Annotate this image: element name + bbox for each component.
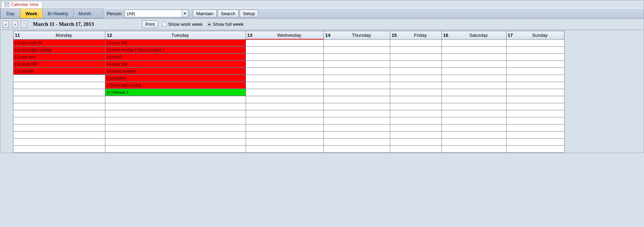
show-work-week-radio[interactable]: Show work week bbox=[162, 22, 203, 27]
calendar-cell[interactable] bbox=[105, 138, 246, 145]
calendar-cell[interactable] bbox=[390, 68, 441, 75]
day-header[interactable]: 14Thursday bbox=[324, 31, 390, 40]
calendar-cell[interactable]: (A) test overlap 2-Test Location 1 bbox=[105, 46, 246, 53]
calendar-cell[interactable] bbox=[246, 131, 324, 138]
calendar-cell[interactable] bbox=[506, 89, 564, 96]
calendar-cell[interactable] bbox=[324, 110, 390, 117]
calendar-cell[interactable] bbox=[246, 145, 324, 152]
calendar-cell[interactable] bbox=[390, 103, 441, 110]
calendar-cell[interactable] bbox=[441, 103, 506, 110]
calendar-cell[interactable] bbox=[105, 103, 246, 110]
calendar-cell[interactable] bbox=[324, 89, 390, 96]
calendar-cell[interactable] bbox=[246, 68, 324, 75]
person-select[interactable] bbox=[125, 10, 188, 17]
calendar-cell[interactable] bbox=[390, 39, 441, 46]
day-header[interactable]: 15Friday bbox=[390, 31, 441, 40]
calendar-cell[interactable] bbox=[390, 46, 441, 53]
calendar-event[interactable]: (A) test1-5M bbox=[13, 61, 105, 68]
calendar-cell[interactable] bbox=[506, 75, 564, 82]
calendar-cell[interactable] bbox=[324, 75, 390, 82]
calendar-cell[interactable] bbox=[441, 117, 506, 124]
calendar-cell[interactable] bbox=[324, 103, 390, 110]
calendar-cell[interactable] bbox=[246, 53, 324, 60]
calendar-cell[interactable] bbox=[390, 82, 441, 89]
calendar-cell[interactable]: (A) testTu1 bbox=[105, 75, 246, 82]
search-button[interactable]: Search bbox=[218, 10, 239, 17]
print-button[interactable]: Print bbox=[142, 21, 158, 28]
calendar-cell[interactable] bbox=[390, 110, 441, 117]
calendar-cell[interactable]: (A) test1-5M bbox=[13, 60, 105, 68]
view-week-button[interactable]: Week bbox=[20, 8, 42, 18]
calendar-cell[interactable] bbox=[13, 82, 105, 89]
calendar-event[interactable]: (A) test3M bbox=[13, 68, 105, 75]
calendar-cell[interactable] bbox=[324, 68, 390, 75]
view-day-button[interactable]: Day bbox=[0, 8, 20, 18]
calendar-cell[interactable] bbox=[506, 68, 564, 75]
calendar-cell[interactable] bbox=[441, 138, 506, 145]
calendar-event[interactable]: (A) test overlap 2-Test Location 1 bbox=[105, 47, 245, 53]
calendar-cell[interactable] bbox=[324, 117, 390, 124]
calendar-cell[interactable] bbox=[441, 39, 506, 46]
calendar-cell[interactable] bbox=[246, 89, 324, 96]
calendar-cell[interactable] bbox=[13, 96, 105, 103]
calendar-cell[interactable] bbox=[13, 75, 105, 82]
calendar-cell[interactable] bbox=[246, 117, 324, 124]
calendar-cell[interactable]: (A) test 530 bbox=[105, 60, 246, 68]
calendar-event[interactable]: (A) test early M bbox=[13, 40, 105, 46]
calendar-cell[interactable] bbox=[324, 131, 390, 138]
calendar-cell[interactable] bbox=[105, 124, 246, 131]
calendar-cell[interactable] bbox=[506, 103, 564, 110]
calendar-cell[interactable] bbox=[506, 46, 564, 53]
view-biweekly-button[interactable]: Bi-Weekly bbox=[42, 8, 73, 18]
calendar-cell[interactable] bbox=[441, 145, 506, 152]
calendar-cell[interactable]: (A) test 330 bbox=[105, 39, 246, 46]
calendar-event[interactable]: (A) test5 bbox=[105, 54, 245, 60]
calendar-cell[interactable] bbox=[324, 46, 390, 53]
calendar-cell[interactable] bbox=[441, 68, 506, 75]
day-header[interactable]: 12Tuesday bbox=[105, 31, 246, 40]
calendar-cell[interactable] bbox=[246, 138, 324, 145]
calendar-event[interactable]: (A) testTu1 bbox=[105, 75, 245, 82]
calendar-cell[interactable] bbox=[390, 75, 441, 82]
setup-button[interactable]: Setup bbox=[240, 10, 258, 17]
calendar-cell[interactable] bbox=[390, 96, 441, 103]
calendar-cell[interactable] bbox=[246, 82, 324, 89]
calendar-event[interactable]: (A) test2 overlap bbox=[105, 68, 245, 75]
calendar-event[interactable]: (A) test mid overlap bbox=[105, 82, 245, 89]
show-full-week-radio[interactable]: Show full week bbox=[207, 22, 244, 27]
calendar-cell[interactable] bbox=[13, 124, 105, 131]
next-button[interactable]: > bbox=[12, 21, 18, 28]
calendar-cell[interactable] bbox=[105, 117, 246, 124]
calendar-cell[interactable] bbox=[441, 110, 506, 117]
day-header[interactable]: 11Monday bbox=[13, 31, 105, 40]
calendar-cell[interactable] bbox=[506, 110, 564, 117]
calendar-cell[interactable] bbox=[246, 46, 324, 53]
calendar-cell[interactable]: (A) test2 overlap bbox=[105, 68, 246, 75]
calendar-cell[interactable] bbox=[246, 60, 324, 68]
calendar-cell[interactable] bbox=[13, 131, 105, 138]
calendar-cell[interactable] bbox=[324, 39, 390, 46]
calendar-event[interactable]: (A) test new bbox=[13, 54, 105, 60]
calendar-cell[interactable] bbox=[441, 124, 506, 131]
day-header[interactable]: 13Wednesday bbox=[246, 31, 324, 40]
prev-button[interactable]: < bbox=[2, 21, 9, 28]
calendar-cell[interactable] bbox=[506, 39, 564, 46]
calendar-cell[interactable] bbox=[246, 110, 324, 117]
calendar-cell[interactable] bbox=[105, 145, 246, 152]
calendar-cell[interactable] bbox=[390, 117, 441, 124]
calendar-cell[interactable] bbox=[506, 145, 564, 152]
calendar-cell[interactable] bbox=[441, 75, 506, 82]
calendar-cell[interactable] bbox=[441, 53, 506, 60]
calendar-cell[interactable]: (A) test new bbox=[13, 53, 105, 60]
calendar-cell[interactable] bbox=[506, 60, 564, 68]
person-select-input[interactable] bbox=[125, 10, 182, 17]
calendar-cell[interactable] bbox=[324, 145, 390, 152]
day-header[interactable]: 16Saturday bbox=[441, 31, 506, 40]
calendar-cell[interactable] bbox=[506, 117, 564, 124]
calendar-cell[interactable] bbox=[441, 82, 506, 89]
calendar-event[interactable]: (A) test triple overlap bbox=[13, 47, 105, 53]
calendar-event[interactable]: (A) test 530 bbox=[105, 61, 245, 68]
calendar-cell[interactable] bbox=[105, 131, 246, 138]
calendar-cell[interactable] bbox=[506, 124, 564, 131]
person-select-dropdown-button[interactable] bbox=[182, 10, 188, 17]
